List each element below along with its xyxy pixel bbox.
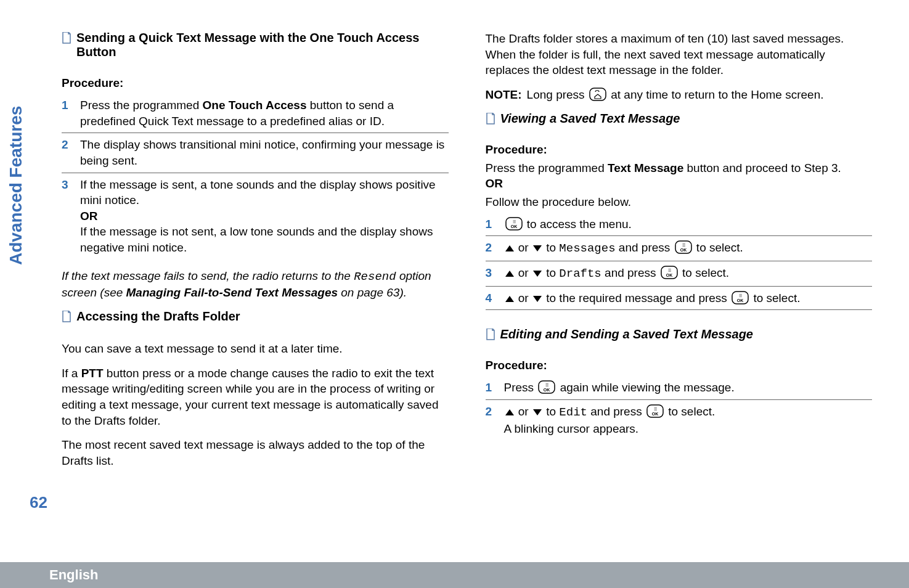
heading-editing: Editing and Sending a Saved Text Message — [486, 327, 873, 350]
down-arrow-icon — [533, 245, 542, 251]
document-icon — [62, 311, 71, 332]
text: button and proceed to Step 3. — [683, 161, 841, 174]
heading-quick-text-label: Sending a Quick Text Message with the On… — [76, 31, 449, 59]
home-button-icon — [589, 88, 606, 101]
left-column: Sending a Quick Text Message with the On… — [37, 31, 449, 576]
mono-text: Drafts — [559, 267, 601, 280]
svg-text:☰: ☰ — [739, 294, 742, 298]
text: Press the programmed — [486, 161, 608, 174]
steps-list-1: 1 Press the programmed One Touch Access … — [62, 94, 449, 259]
step-number: 1 — [62, 97, 73, 129]
bold-italic-text: Managing Fail-to-Send Text Messages — [126, 286, 338, 299]
ok-button-icon: ☰OK — [675, 240, 692, 254]
down-arrow-icon — [533, 296, 542, 302]
text: and press — [616, 241, 674, 254]
text: to — [543, 266, 559, 279]
step: 4 or to the required message and press ☰… — [486, 287, 873, 311]
steps-list-2: 1 ☰OK to access the menu. 2 or to Messag… — [486, 213, 873, 311]
step-text: or to Messages and press ☰OK to select. — [504, 240, 743, 257]
heading-editing-label: Editing and Sending a Saved Text Message — [500, 327, 753, 341]
text: and press — [601, 266, 659, 279]
svg-text:OK: OK — [666, 273, 673, 277]
svg-text:☰: ☰ — [682, 243, 685, 247]
bold-text: Text Message — [608, 161, 683, 174]
note: NOTE: Long press at any time to return t… — [486, 87, 873, 103]
step: 1 Press the programmed One Touch Access … — [62, 94, 449, 133]
ok-button-icon: ☰OK — [538, 380, 555, 394]
text: Long press — [527, 88, 588, 101]
step-number: 2 — [486, 404, 497, 436]
step-number: 2 — [486, 240, 497, 257]
text: to select. — [750, 292, 800, 304]
procedure-label: Procedure: — [486, 143, 873, 157]
down-arrow-icon — [533, 271, 542, 277]
step: 2 The display shows transitional mini no… — [62, 133, 449, 173]
up-arrow-icon — [505, 409, 514, 415]
step-number: 2 — [62, 137, 73, 168]
ok-button-icon: ☰OK — [732, 291, 749, 304]
step: 1 ☰OK to access the menu. — [486, 213, 873, 237]
text: If the message is sent, a tone sounds an… — [80, 178, 436, 207]
text: or — [515, 405, 532, 418]
text: Press — [504, 381, 537, 394]
text: to select. — [693, 241, 743, 254]
svg-text:OK: OK — [544, 388, 550, 392]
drafts-p2: If a PTT button press or a mode change c… — [62, 365, 449, 429]
drafts-p3: The most recent saved text message is al… — [62, 437, 449, 468]
note-label: NOTE: — [486, 87, 522, 103]
step: 2 or to Edit and press ☰OK to select. A … — [486, 400, 873, 440]
drafts-p1: You can save a text message to send it a… — [62, 341, 449, 357]
or-label: OR — [486, 177, 873, 190]
svg-text:OK: OK — [737, 298, 744, 303]
heading-viewing: Viewing a Saved Text Message — [486, 112, 873, 134]
svg-text:OK: OK — [680, 248, 687, 252]
mono-text: Messages — [559, 242, 615, 255]
text: to access the menu. — [524, 218, 632, 231]
proc-intro2: Follow the procedure below. — [486, 194, 873, 210]
ok-button-icon: ☰OK — [646, 404, 664, 418]
text: to select. — [665, 405, 715, 418]
or-label: OR — [80, 210, 98, 223]
text: or — [515, 241, 532, 254]
columns: Sending a Quick Text Message with the On… — [37, 31, 872, 576]
up-arrow-icon — [505, 296, 514, 302]
step: 2 or to Messages and press ☰OK to select… — [486, 236, 873, 261]
side-label: Advanced Features — [6, 106, 26, 265]
step-text: or to Drafts and press ☰OK to select. — [504, 265, 730, 282]
text: If the message is not sent, a low tone s… — [80, 225, 433, 254]
right-column: The Drafts folder stores a maximum of te… — [486, 31, 873, 576]
heading-drafts-label: Accessing the Drafts Folder — [76, 309, 240, 324]
procedure-label: Procedure: — [486, 359, 873, 372]
proc-intro: Press the programmed Text Message button… — [486, 160, 873, 176]
svg-text:☰: ☰ — [653, 407, 656, 411]
step-text: Press ☰OK again while viewing the messag… — [504, 380, 735, 396]
text: to the required message and press — [543, 292, 730, 304]
up-arrow-icon — [505, 271, 514, 277]
step-number: 3 — [486, 265, 497, 282]
heading-drafts: Accessing the Drafts Folder — [62, 309, 449, 332]
step-text: or to Edit and press ☰OK to select. A bl… — [504, 404, 715, 436]
text: If a — [62, 367, 81, 380]
text: or — [515, 266, 532, 279]
up-arrow-icon — [505, 245, 514, 251]
text: again while viewing the message. — [556, 381, 734, 394]
text: If the text message fails to send, the r… — [62, 269, 354, 282]
svg-text:☰: ☰ — [545, 383, 548, 387]
mono-text: Edit — [559, 406, 587, 419]
ok-button-icon: ☰OK — [661, 266, 678, 279]
step-text: If the message is sent, a tone sounds an… — [80, 177, 449, 256]
text: A blinking cursor appears. — [504, 422, 639, 435]
page-number: 62 — [30, 493, 47, 512]
document-icon — [486, 113, 495, 134]
text: at any time to return to the Home screen… — [608, 88, 824, 101]
footer-language: English — [0, 562, 909, 588]
bold-text: One Touch Access — [203, 99, 307, 112]
step-number: 4 — [486, 290, 497, 306]
text: and press — [587, 405, 645, 418]
heading-quick-text: Sending a Quick Text Message with the On… — [62, 31, 449, 68]
steps-list-3: 1 Press ☰OK again while viewing the mess… — [486, 376, 873, 440]
text: on page 63). — [338, 286, 407, 299]
mono-text: Resend — [354, 270, 396, 284]
step: 3 or to Drafts and press ☰OK to select. — [486, 261, 873, 287]
text: Press the programmed — [80, 99, 203, 112]
